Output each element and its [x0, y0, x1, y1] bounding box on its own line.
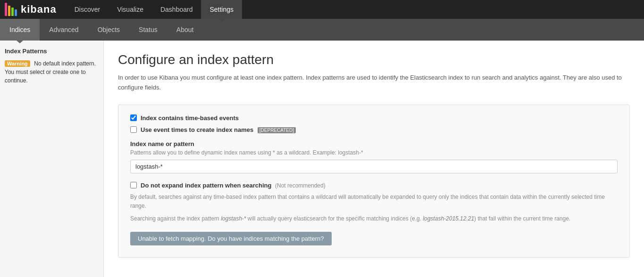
index-name-hint: Patterns allow you to define dynamic ind…: [130, 149, 618, 156]
checkbox-time-based-label[interactable]: Index contains time-based events: [141, 114, 239, 122]
nav-discover[interactable]: Discover: [66, 0, 109, 19]
index-pattern-input[interactable]: [130, 160, 618, 173]
fetch-mapping-button[interactable]: Unable to fetch mapping. Do you have ind…: [130, 232, 332, 245]
logo-bar-1: [5, 3, 7, 16]
top-nav-links: Discover Visualize Dashboard Settings: [66, 0, 242, 19]
logo: kibana: [5, 3, 57, 16]
checkbox-row-3: Do not expand index pattern when searchi…: [130, 182, 618, 189]
not-recommended-text: (Not recommended): [275, 182, 326, 189]
page-title: Configure an index pattern: [118, 52, 630, 67]
info-text-2-italic1: logstash-*: [221, 215, 246, 222]
checkbox-no-expand-label[interactable]: Do not expand index pattern when searchi…: [141, 182, 326, 189]
info-text-2-part1: Searching against the index pattern: [130, 215, 221, 222]
sidebar-title: Index Patterns: [5, 48, 99, 55]
subnav-indices[interactable]: Indices: [0, 19, 40, 41]
index-name-section: Index name or pattern Patterns allow you…: [130, 140, 618, 173]
sub-nav: Indices Advanced Objects Status About: [0, 19, 644, 41]
info-text-1: By default, searches against any time-ba…: [130, 193, 618, 211]
nav-settings[interactable]: Settings: [201, 0, 242, 19]
logo-bar-2: [8, 6, 10, 16]
info-text-2-part2: will actually query elasticsearch for th…: [246, 215, 423, 222]
info-text-2-part3: ) that fall within the current time rang…: [474, 215, 570, 222]
checkbox-no-expand-text: Do not expand index pattern when searchi…: [141, 182, 271, 189]
content-area: Configure an index pattern In order to u…: [104, 41, 644, 277]
info-text-2-italic2: logstash-2015.12.21: [423, 215, 474, 222]
info-text-2: Searching against the index pattern logs…: [130, 214, 618, 223]
main-layout: Index Patterns Warning No default index …: [0, 41, 644, 277]
subnav-about[interactable]: About: [167, 19, 203, 41]
subnav-status[interactable]: Status: [129, 19, 167, 41]
top-nav: kibana Discover Visualize Dashboard Sett…: [0, 0, 644, 19]
logo-text: kibana: [21, 3, 57, 16]
checkbox-time-based[interactable]: [130, 114, 137, 121]
logo-bar-4: [15, 9, 17, 16]
subnav-advanced[interactable]: Advanced: [40, 19, 88, 41]
logo-bar-3: [11, 8, 14, 16]
page-description: In order to use Kibana you must configur…: [118, 73, 630, 93]
checkbox-row-2: Use event times to create index names [D…: [130, 126, 618, 133]
checkbox-event-times-text: Use event times to create index names: [141, 126, 253, 133]
logo-bars: [5, 3, 17, 16]
subnav-objects[interactable]: Objects: [88, 19, 129, 41]
form-panel: Index contains time-based events Use eve…: [118, 105, 630, 258]
checkbox-row-1: Index contains time-based events: [130, 114, 618, 122]
checkbox-event-times[interactable]: [130, 126, 137, 133]
checkbox-event-times-label[interactable]: Use event times to create index names [D…: [141, 126, 296, 133]
warning-block: Warning No default index pattern. You mu…: [5, 59, 99, 85]
nav-visualize[interactable]: Visualize: [109, 0, 152, 19]
index-name-label: Index name or pattern: [130, 140, 618, 147]
nav-dashboard[interactable]: Dashboard: [152, 0, 201, 19]
warning-badge: Warning: [5, 60, 30, 67]
sidebar: Index Patterns Warning No default index …: [0, 41, 104, 277]
checkbox-no-expand[interactable]: [130, 182, 137, 188]
deprecated-badge: [DEPRECATED]: [258, 127, 296, 133]
